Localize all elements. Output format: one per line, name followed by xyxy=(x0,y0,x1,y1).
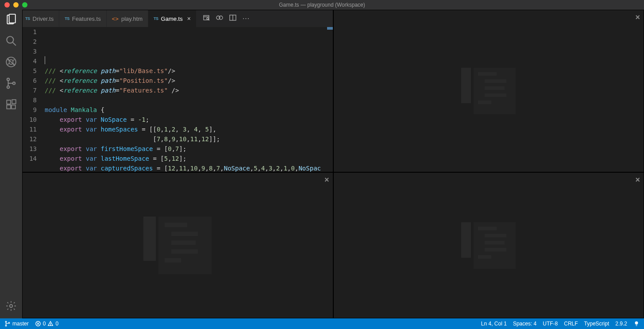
tab-label: play.htm xyxy=(121,15,143,22)
svg-point-11 xyxy=(7,78,9,81)
editor-pane-1: TS Driver.ts TS Features.ts <> play.htm … xyxy=(22,10,333,172)
empty-editor-placeholder xyxy=(143,217,212,274)
svg-point-2 xyxy=(7,36,13,43)
git-branch-status[interactable]: master xyxy=(4,321,29,327)
window-controls xyxy=(0,2,27,8)
svg-line-3 xyxy=(12,42,16,46)
tab-features[interactable]: TS Features.ts xyxy=(59,10,107,27)
close-pane-icon[interactable]: × xyxy=(324,175,329,185)
editor-pane-4[interactable]: × xyxy=(333,172,644,318)
code-editor[interactable]: 1234567891011121314 /// <reference path=… xyxy=(23,27,333,172)
status-bar: master 0 0 Ln 4, Col 1 Spaces: 4 UTF-8 C… xyxy=(0,318,644,329)
explorer-icon[interactable] xyxy=(5,13,17,26)
compare-changes-icon[interactable] xyxy=(216,14,223,23)
branch-name: master xyxy=(12,321,29,327)
settings-gear-icon[interactable] xyxy=(5,300,17,312)
svg-rect-15 xyxy=(7,105,11,109)
indentation-status[interactable]: Spaces: 4 xyxy=(513,321,536,327)
html-icon: <> xyxy=(112,15,119,22)
tab-actions: ··· xyxy=(198,10,254,27)
more-actions-icon[interactable]: ··· xyxy=(243,15,250,23)
svg-rect-17 xyxy=(12,100,16,104)
svg-point-34 xyxy=(50,325,51,325)
close-pane-icon[interactable]: × xyxy=(635,175,640,185)
tab-game[interactable]: TS Game.ts × xyxy=(148,10,197,27)
svg-point-29 xyxy=(8,322,10,324)
minimize-window-button[interactable] xyxy=(13,2,19,8)
svg-point-21 xyxy=(207,18,208,19)
window-title: Game.ts — playground (Workspace) xyxy=(0,2,644,8)
tab-play-htm[interactable]: <> play.htm xyxy=(107,10,148,27)
svg-point-13 xyxy=(13,82,15,84)
typescript-icon: TS xyxy=(65,16,69,21)
editor-pane-3[interactable]: × xyxy=(22,172,333,318)
svg-point-18 xyxy=(10,305,13,308)
tab-label: Features.ts xyxy=(72,15,101,22)
svg-rect-14 xyxy=(7,100,11,104)
source-control-icon[interactable] xyxy=(5,77,17,89)
empty-editor-placeholder xyxy=(461,68,516,114)
titlebar: Game.ts — playground (Workspace) xyxy=(0,0,644,10)
extensions-icon[interactable] xyxy=(5,98,17,111)
close-tab-icon[interactable]: × xyxy=(187,15,191,22)
open-preview-icon[interactable] xyxy=(203,14,210,23)
zoom-window-button[interactable] xyxy=(22,2,27,8)
svg-point-12 xyxy=(7,86,9,88)
cursor-position-status[interactable]: Ln 4, Col 1 xyxy=(481,321,507,327)
svg-point-27 xyxy=(5,321,7,322)
svg-rect-1 xyxy=(9,14,15,23)
svg-point-24 xyxy=(219,16,223,19)
tab-label: Game.ts xyxy=(161,15,183,22)
warning-count: 0 xyxy=(55,321,58,327)
eol-status[interactable]: CRLF xyxy=(564,321,578,327)
overview-ruler-marker xyxy=(327,27,333,30)
svg-line-8 xyxy=(13,60,14,61)
typescript-version-status[interactable]: 2.9.2 xyxy=(615,321,627,327)
close-pane-icon[interactable]: × xyxy=(635,13,640,22)
typescript-icon: TS xyxy=(154,16,158,21)
search-icon[interactable] xyxy=(5,35,17,47)
svg-point-28 xyxy=(5,325,7,326)
language-mode-status[interactable]: TypeScript xyxy=(584,321,609,327)
text-cursor xyxy=(45,56,45,64)
split-editor-icon[interactable] xyxy=(229,14,236,23)
code-content[interactable]: /// <reference path="lib/Base.ts"/>/// <… xyxy=(45,27,333,172)
editor-grid: TS Driver.ts TS Features.ts <> play.htm … xyxy=(22,10,644,318)
tab-bar: TS Driver.ts TS Features.ts <> play.htm … xyxy=(23,10,333,27)
tab-label: Driver.ts xyxy=(33,15,54,22)
svg-line-9 xyxy=(8,63,9,64)
editor-pane-2[interactable]: × xyxy=(333,10,644,172)
problems-status[interactable]: 0 0 xyxy=(35,321,58,327)
line-number-gutter: 1234567891011121314 xyxy=(23,27,45,172)
feedback-icon[interactable] xyxy=(633,321,640,327)
svg-rect-16 xyxy=(12,105,15,109)
debug-icon[interactable] xyxy=(5,56,17,68)
error-count: 0 xyxy=(43,321,46,327)
empty-editor-placeholder xyxy=(461,222,516,269)
activity-bar xyxy=(0,10,22,318)
encoding-status[interactable]: UTF-8 xyxy=(543,321,558,327)
tab-driver[interactable]: TS Driver.ts xyxy=(23,10,59,27)
typescript-icon: TS xyxy=(25,16,30,21)
close-window-button[interactable] xyxy=(4,2,10,8)
